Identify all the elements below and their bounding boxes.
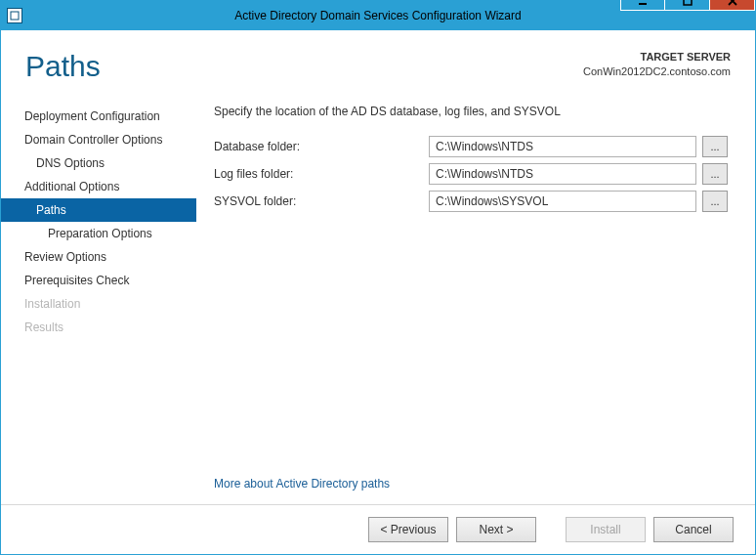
footer: < Previous Next > Install Cancel <box>1 504 755 554</box>
content-spacer <box>214 218 728 477</box>
sidebar-item-results: Results <box>1 316 196 339</box>
svg-rect-0 <box>11 12 19 20</box>
target-server-value: ConWin2012DC2.contoso.com <box>583 64 731 79</box>
window-controls <box>620 0 755 11</box>
close-button[interactable] <box>710 0 755 11</box>
window-title: Active Directory Domain Services Configu… <box>1 9 755 22</box>
browse-button[interactable]: ... <box>702 191 728 212</box>
target-server-block: TARGET SERVER ConWin2012DC2.contoso.com <box>583 50 731 79</box>
form-row: SYSVOL folder:... <box>214 191 728 212</box>
sidebar-item-installation: Installation <box>1 292 196 316</box>
wizard-window: Active Directory Domain Services Configu… <box>0 0 756 555</box>
browse-button[interactable]: ... <box>702 163 728 185</box>
sidebar-item-review-options[interactable]: Review Options <box>1 245 196 269</box>
target-server-label: TARGET SERVER <box>583 50 731 64</box>
sidebar-item-domain-controller-options[interactable]: Domain Controller Options <box>1 128 196 151</box>
browse-button[interactable]: ... <box>702 136 728 157</box>
header-area: Paths TARGET SERVER ConWin2012DC2.contos… <box>1 30 755 89</box>
field-label: SYSVOL folder: <box>214 194 429 208</box>
field-label: Database folder: <box>214 140 429 153</box>
instruction-text: Specify the location of the AD DS databa… <box>214 105 728 118</box>
previous-button[interactable]: < Previous <box>368 517 448 542</box>
cancel-button[interactable]: Cancel <box>653 517 734 542</box>
path-input[interactable] <box>429 136 696 157</box>
titlebar: Active Directory Domain Services Configu… <box>1 1 755 30</box>
mid-area: Deployment ConfigurationDomain Controlle… <box>1 89 755 504</box>
page-title: Paths <box>25 50 101 83</box>
path-input[interactable] <box>429 191 696 212</box>
sidebar-item-preparation-options[interactable]: Preparation Options <box>1 222 196 245</box>
sidebar-item-paths[interactable]: Paths <box>1 198 196 222</box>
path-input[interactable] <box>429 163 696 185</box>
install-button: Install <box>566 517 646 542</box>
svg-rect-2 <box>684 0 692 5</box>
wizard-sidebar: Deployment ConfigurationDomain Controlle… <box>1 101 196 504</box>
form-row: Database folder:... <box>214 136 728 157</box>
svg-rect-1 <box>639 3 647 5</box>
field-label: Log files folder: <box>214 167 429 181</box>
form-row: Log files folder:... <box>214 163 728 185</box>
sidebar-item-prerequisites-check[interactable]: Prerequisites Check <box>1 269 196 292</box>
app-icon <box>7 8 22 23</box>
next-button[interactable]: Next > <box>456 517 536 542</box>
wizard-body: Paths TARGET SERVER ConWin2012DC2.contos… <box>1 30 755 554</box>
sidebar-item-dns-options[interactable]: DNS Options <box>1 151 196 175</box>
content-area: Specify the location of the AD DS databa… <box>196 101 755 504</box>
sidebar-item-deployment-configuration[interactable]: Deployment Configuration <box>1 105 196 128</box>
sidebar-item-additional-options[interactable]: Additional Options <box>1 175 196 198</box>
minimize-button[interactable] <box>620 0 665 11</box>
maximize-button[interactable] <box>665 0 710 11</box>
more-about-link[interactable]: More about Active Directory paths <box>214 477 728 491</box>
